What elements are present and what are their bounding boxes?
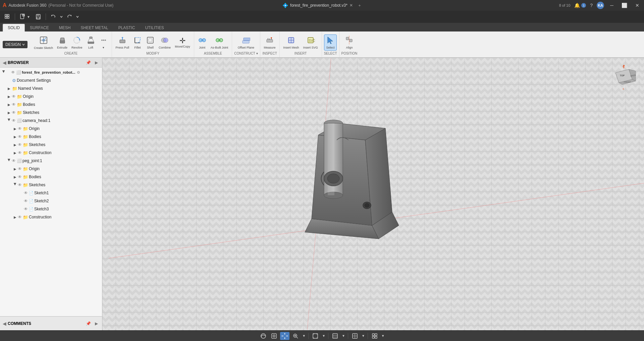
viewcube[interactable]: TOP BACK FRONT S N — [610, 64, 637, 91]
pj-origin-vis[interactable]: 👁 — [18, 166, 22, 171]
display-settings-button[interactable] — [370, 332, 379, 340]
user-avatar[interactable]: KA — [597, 2, 604, 9]
orbit-button[interactable] — [259, 332, 268, 340]
tab-mesh[interactable]: MESH — [54, 24, 76, 31]
tree-item-ch-construction[interactable]: ▶ 👁 📁 Construction — [0, 149, 102, 157]
tree-item-pj-sketches[interactable]: ▶ 👁 📁 Sketches — [0, 181, 102, 189]
undo-button[interactable] — [49, 13, 58, 21]
bodies-root-vis[interactable]: 👁 — [12, 102, 16, 107]
tree-item-ch-bodies[interactable]: ▶ 👁 📁 Bodies — [0, 133, 102, 141]
fit-button[interactable] — [311, 332, 320, 340]
sketches-root-vis[interactable]: 👁 — [12, 110, 16, 115]
revolve-button[interactable]: Revolve — [70, 35, 84, 50]
fit-dropdown[interactable]: ▼ — [321, 333, 326, 339]
browser-pin-icon[interactable]: 📌 — [85, 60, 92, 66]
ch-construction-vis[interactable]: 👁 — [18, 150, 22, 155]
pan-button[interactable] — [280, 332, 289, 340]
collapse-browser-icon[interactable]: ◀ — [3, 60, 6, 65]
ch-origin-vis[interactable]: 👁 — [18, 126, 22, 131]
loft-button[interactable]: Loft — [85, 35, 97, 50]
tree-item-pj-bodies[interactable]: ▶ 👁 📁 Bodies — [0, 173, 102, 181]
save-button[interactable] — [34, 13, 43, 21]
tree-item-sketch3[interactable]: 👁 📄 Sketch3 — [0, 205, 102, 213]
pj-construction-vis[interactable]: 👁 — [18, 215, 22, 219]
tree-item-origin-root[interactable]: ▶ 👁 📁 Origin — [0, 92, 102, 100]
insert-svg-button[interactable]: SVG Insert SVG — [302, 35, 320, 50]
bodies-root-arrow[interactable]: ▶ — [7, 103, 11, 107]
zoom-dropdown[interactable]: ▼ — [302, 333, 306, 339]
tree-item-pj-construction[interactable]: ▶ 👁 📁 Construction — [0, 213, 102, 221]
root-vis-icon[interactable]: 👁 — [11, 70, 15, 75]
comments-pin-icon[interactable]: 📌 — [85, 321, 92, 327]
file-menu-button[interactable]: ▼ — [18, 12, 32, 21]
viewport[interactable]: TOP BACK FRONT S N — [102, 58, 644, 330]
create-sketch-button[interactable]: Create Sketch — [32, 35, 55, 51]
ch-bodies-arrow[interactable]: ▶ — [13, 135, 17, 139]
offset-plane-button[interactable]: Offset Plane — [236, 35, 256, 50]
pj-sketches-arrow[interactable]: ▶ — [13, 183, 17, 187]
pj-sketches-vis[interactable]: 👁 — [18, 183, 22, 187]
tab-utilities[interactable]: UTILITIES — [140, 24, 169, 31]
root-arrow[interactable]: ▶ — [2, 70, 6, 75]
tree-root[interactable]: ▶ 👁 ⬜ forest_fire_prevention_robot... ⚙ — [0, 68, 102, 76]
move-button[interactable]: ✛ Move/Copy — [173, 36, 192, 49]
measure-button[interactable]: Measure — [262, 35, 277, 50]
ch-origin-arrow[interactable]: ▶ — [13, 127, 17, 131]
ch-sketches-arrow[interactable]: ▶ — [13, 143, 17, 147]
grid-menu-button[interactable] — [3, 13, 12, 21]
tab-solid[interactable]: SOLID — [3, 24, 25, 31]
tab-plastic[interactable]: PLASTIC — [113, 24, 140, 31]
as-built-joint-button[interactable]: As-Built Joint — [209, 35, 230, 50]
origin-root-arrow[interactable]: ▶ — [7, 95, 11, 98]
tree-item-sketch1[interactable]: 👁 📄 Sketch1 — [0, 189, 102, 197]
tab-sheet-metal[interactable]: SHEET METAL — [75, 24, 113, 31]
ch-construction-arrow[interactable]: ▶ — [13, 151, 17, 155]
close-tab-icon[interactable]: ✕ — [350, 3, 353, 8]
named-views-arrow[interactable]: ▶ — [7, 87, 11, 90]
extrude-button[interactable]: Extrude — [55, 35, 69, 50]
minimize-button[interactable]: ─ — [608, 2, 615, 9]
tree-item-ch-sketches[interactable]: ▶ 👁 📁 Sketches — [0, 141, 102, 149]
camera-head-vis[interactable]: 👁 — [12, 118, 16, 123]
root-gear-icon[interactable]: ⚙ — [77, 70, 80, 75]
close-button[interactable]: ✕ — [633, 2, 641, 9]
model-3d-view[interactable] — [285, 85, 399, 259]
grid-dropdown[interactable]: ▼ — [361, 333, 366, 339]
browser-expand-icon[interactable]: ▶ — [94, 60, 99, 66]
tree-item-doc-settings[interactable]: ▶ ⚙ Document Settings — [0, 76, 102, 84]
redo-button[interactable] — [65, 13, 74, 21]
joint-button[interactable]: Joint — [196, 35, 208, 50]
display-settings-dropdown[interactable]: ▼ — [381, 333, 385, 339]
ch-bodies-vis[interactable]: 👁 — [18, 134, 22, 139]
ch-sketches-vis[interactable]: 👁 — [18, 142, 22, 147]
look-at-button[interactable] — [269, 332, 279, 340]
select-tool-button[interactable]: Select — [324, 35, 337, 51]
notifications[interactable]: 🔔 1 — [574, 3, 586, 8]
tree-item-ch-origin[interactable]: ▶ 👁 📁 Origin — [0, 125, 102, 133]
sketch2-vis[interactable]: 👁 — [24, 199, 28, 203]
combine-button[interactable]: Combine — [157, 35, 172, 50]
pj-bodies-vis[interactable]: 👁 — [18, 175, 22, 179]
shell-button[interactable]: Shell — [144, 35, 156, 50]
align-button[interactable]: Align — [343, 35, 355, 50]
sketches-root-arrow[interactable]: ▶ — [7, 111, 11, 115]
sketch3-vis[interactable]: 👁 — [24, 207, 28, 211]
display-mode-button[interactable] — [330, 332, 340, 340]
redo-dropdown[interactable] — [75, 14, 79, 19]
tree-item-sketches-root[interactable]: ▶ 👁 📁 Sketches — [0, 109, 102, 117]
tab-surface[interactable]: SURFACE — [25, 24, 54, 31]
origin-root-vis[interactable]: 👁 — [12, 94, 16, 99]
tree-item-sketch2[interactable]: 👁 📄 Sketch2 — [0, 197, 102, 205]
tree-item-pj-origin[interactable]: ▶ 👁 📁 Origin — [0, 165, 102, 173]
peg-joint-arrow[interactable]: ▶ — [7, 158, 11, 163]
comments-expand-icon[interactable]: ◀ — [3, 321, 6, 326]
more-create-button[interactable]: ▾ — [98, 35, 110, 50]
tree-item-peg-joint[interactable]: ▶ 👁 ⬜ peg_joint:1 — [0, 157, 102, 165]
undo-dropdown[interactable] — [59, 14, 63, 19]
sketch1-vis[interactable]: 👁 — [24, 191, 28, 195]
tree-item-named-views[interactable]: ▶ 📁 Named Views — [0, 84, 102, 92]
add-tab-icon[interactable]: ＋ — [358, 3, 362, 8]
peg-joint-vis[interactable]: 👁 — [12, 158, 16, 163]
tree-item-camera-head[interactable]: ▶ 👁 ⬜ camera_head:1 — [0, 117, 102, 125]
grid-button[interactable] — [350, 332, 360, 340]
